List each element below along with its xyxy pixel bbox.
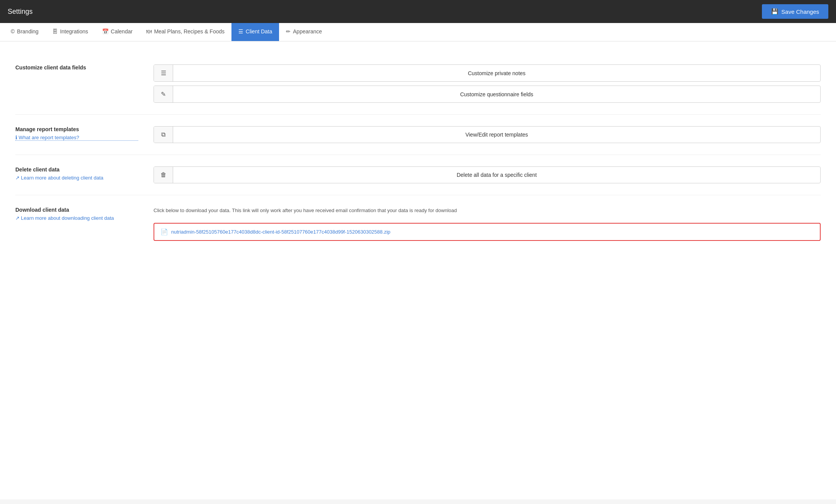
copy-icon: ⧉ [154,127,173,143]
report-templates-label-area: Manage report templates ℹ What are repor… [15,126,138,141]
delete-label-area: Delete client data ↗ Learn more about de… [15,166,138,181]
learn-more-delete-link[interactable]: ↗ Learn more about deleting client data [15,175,138,181]
delete-actions: 🗑 Delete all data for a specific client [154,166,821,183]
learn-more-download-link[interactable]: ↗ Learn more about downloading client da… [15,215,138,221]
client-data-icon: ☰ [238,28,243,35]
download-actions: Click below to download your data. This … [154,207,821,241]
delete-section: Delete client data ↗ Learn more about de… [15,155,821,195]
report-templates-heading: Manage report templates [15,126,138,132]
app-header: Settings 💾 Save Changes [0,0,836,23]
what-are-report-templates-link[interactable]: ℹ What are report templates? [15,135,138,141]
customize-heading: Customize client data fields [15,64,138,71]
download-file-name: nutriadmin-58f25105760e177c4038d8dc-clie… [171,229,390,235]
save-changes-button[interactable]: 💾 Save Changes [762,4,828,19]
trash-icon: 🗑 [154,167,173,183]
download-section: Download client data ↗ Learn more about … [15,195,821,252]
delete-heading: Delete client data [15,166,138,173]
report-templates-section: Manage report templates ℹ What are repor… [15,115,821,155]
list-icon: ☰ [154,65,173,81]
tab-meal-plans[interactable]: 🍽 Meal Plans, Recipes & Foods [139,23,231,41]
customize-section: Customize client data fields ☰ Customize… [15,53,821,115]
tab-client-data[interactable]: ☰ Client Data [231,23,279,41]
branding-icon: © [11,28,15,35]
download-file-link-box[interactable]: 📄 nutriadmin-58f25105760e177c4038d8dc-cl… [154,223,821,241]
integrations-icon: 🗄 [52,28,58,35]
edit-icon: ✎ [154,86,173,102]
tab-calendar[interactable]: 📅 Calendar [95,23,140,41]
meal-plans-icon: 🍽 [146,28,152,35]
delete-all-data-button[interactable]: 🗑 Delete all data for a specific client [154,166,821,183]
main-content: Customize client data fields ☰ Customize… [0,41,836,499]
tab-branding[interactable]: © Branding [4,23,45,41]
calendar-icon: 📅 [102,28,109,35]
customize-label-area: Customize client data fields [15,64,138,73]
customize-private-notes-button[interactable]: ☰ Customize private notes [154,64,821,82]
customize-questionnaire-button[interactable]: ✎ Customize questionnaire fields [154,86,821,103]
file-icon: 📄 [160,228,168,236]
download-heading: Download client data [15,207,138,213]
tab-appearance[interactable]: ✏ Appearance [279,23,329,41]
tab-integrations[interactable]: 🗄 Integrations [45,23,95,41]
customize-actions: ☰ Customize private notes ✎ Customize qu… [154,64,821,103]
download-label-area: Download client data ↗ Learn more about … [15,207,138,221]
report-templates-actions: ⧉ View/Edit report templates [154,126,821,143]
appearance-icon: ✏ [286,28,291,35]
tabs-bar: © Branding 🗄 Integrations 📅 Calendar 🍽 M… [0,23,836,41]
download-info-text: Click below to download your data. This … [154,207,821,214]
page-title: Settings [8,8,33,16]
save-icon: 💾 [771,8,778,15]
view-edit-report-templates-button[interactable]: ⧉ View/Edit report templates [154,126,821,143]
